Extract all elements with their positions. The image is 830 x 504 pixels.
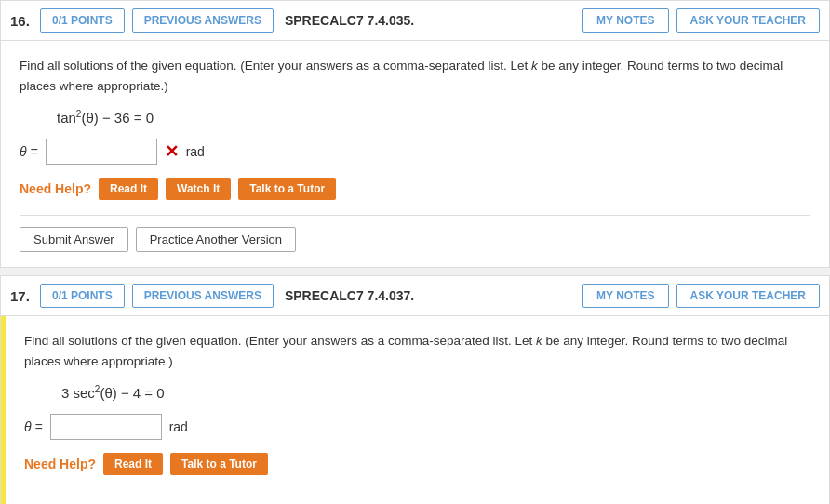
problem-text-k-17: k	[536, 334, 542, 348]
ask-teacher-button-16[interactable]: ASK YOUR TEACHER	[676, 8, 820, 33]
problem-text-k-16: k	[531, 59, 538, 73]
question-17-header: 17. 0/1 POINTS PREVIOUS ANSWERS SPRECALC…	[1, 276, 829, 316]
previous-answers-button-17[interactable]: PREVIOUS ANSWERS	[132, 284, 274, 308]
question-17-body: Find all solutions of the given equation…	[1, 316, 829, 504]
submit-button-16[interactable]: Submit Answer	[20, 227, 128, 252]
my-notes-button-16[interactable]: MY NOTES	[582, 8, 668, 33]
points-button-17[interactable]: 0/1 POINTS	[40, 284, 125, 308]
answer-input-16[interactable]	[46, 139, 157, 165]
read-it-button-16[interactable]: Read It	[99, 178, 158, 200]
problem-code-17: SPRECALC7 7.4.037.	[285, 288, 575, 303]
divider-16	[20, 215, 810, 216]
formula-17: 3 sec2(θ) − 4 = 0	[61, 384, 810, 401]
x-mark-16: ✕	[165, 141, 179, 162]
problem-text-part1-16: Find all solutions of the given equation…	[20, 59, 528, 73]
need-help-label-17: Need Help?	[24, 457, 96, 471]
problem-text-17: Find all solutions of the given equation…	[24, 331, 810, 371]
talk-tutor-button-16[interactable]: Talk to a Tutor	[238, 178, 336, 200]
need-help-row-17: Need Help? Read It Talk to a Tutor	[24, 453, 810, 475]
talk-tutor-button-17[interactable]: Talk to a Tutor	[170, 453, 268, 475]
question-16-number: 16.	[10, 13, 33, 29]
question-17: 17. 0/1 POINTS PREVIOUS ANSWERS SPRECALC…	[0, 275, 830, 504]
problem-text-16: Find all solutions of the given equation…	[20, 56, 810, 96]
answer-input-17[interactable]	[50, 414, 162, 440]
answer-label-16: θ =	[20, 144, 38, 159]
question-16-body: Find all solutions of the given equation…	[1, 41, 829, 267]
problem-text-part1-17: Find all solutions of the given equation…	[24, 334, 532, 348]
points-button-16[interactable]: 0/1 POINTS	[40, 8, 125, 33]
answer-row-16: θ = ✕ rad	[20, 139, 810, 165]
rad-label-16: rad	[186, 144, 205, 159]
practice-button-16[interactable]: Practice Another Version	[136, 227, 296, 252]
question-17-number: 17.	[10, 288, 33, 304]
need-help-label-16: Need Help?	[20, 181, 91, 196]
previous-answers-button-16[interactable]: PREVIOUS ANSWERS	[132, 8, 274, 33]
action-row-16: Submit Answer Practice Another Version	[20, 227, 810, 252]
formula-16: tan2(θ) − 36 = 0	[57, 109, 810, 126]
need-help-row-16: Need Help? Read It Watch It Talk to a Tu…	[20, 178, 810, 200]
ask-teacher-button-17[interactable]: ASK YOUR TEACHER	[676, 284, 820, 308]
rad-label-17: rad	[169, 419, 188, 434]
answer-row-17: θ = rad	[24, 414, 810, 440]
read-it-button-17[interactable]: Read It	[103, 453, 163, 475]
problem-code-16: SPRECALC7 7.4.035.	[285, 13, 575, 28]
answer-label-17: θ =	[24, 419, 43, 434]
question-16-header: 16. 0/1 POINTS PREVIOUS ANSWERS SPRECALC…	[1, 1, 829, 41]
my-notes-button-17[interactable]: MY NOTES	[582, 284, 668, 308]
watch-it-button-16[interactable]: Watch It	[166, 178, 231, 200]
question-16: 16. 0/1 POINTS PREVIOUS ANSWERS SPRECALC…	[0, 0, 830, 268]
